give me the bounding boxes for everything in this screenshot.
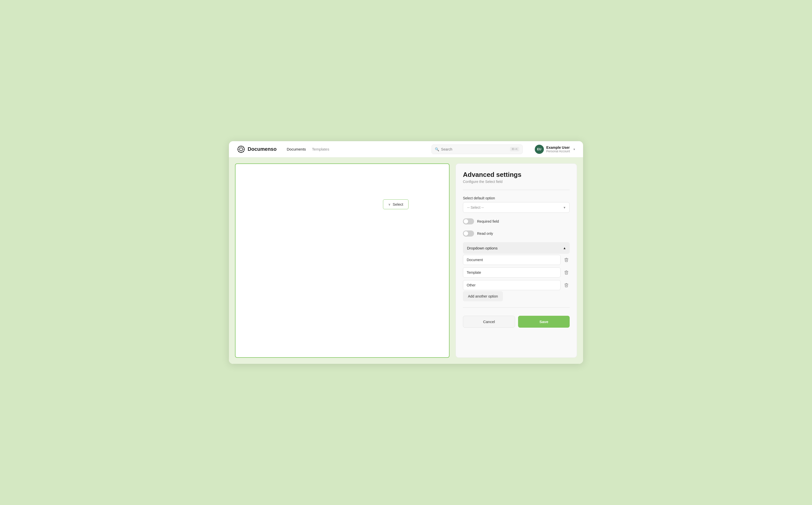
svg-line-8 [243, 147, 244, 148]
option-row [463, 268, 570, 278]
delete-option-0-button[interactable] [563, 257, 570, 263]
panel-subtitle: Configure the Select field [463, 180, 570, 184]
save-button[interactable]: Save [518, 316, 570, 328]
chevron-icon: ∨ [388, 203, 391, 206]
required-field-toggle[interactable] [463, 218, 474, 224]
header: Documenso Documents Templates 🔍 ⌘+K EU E… [229, 141, 583, 157]
panel-header: Advanced settings Configure the Select f… [463, 171, 570, 184]
required-field-label: Required field [477, 219, 499, 223]
option-row [463, 255, 570, 265]
select-widget-label: Select [393, 202, 403, 206]
default-option-label: Select default option [463, 196, 570, 200]
user-info: Example User Personal Account [546, 146, 570, 153]
dropdown-chevron-icon: ▾ [564, 205, 565, 209]
default-option-section: Select default option -- Select -- ▾ [463, 196, 570, 213]
avatar: EU [535, 145, 544, 154]
option-input-2[interactable] [463, 280, 561, 290]
search-input[interactable] [441, 147, 508, 151]
options-list [463, 255, 570, 290]
option-input-0[interactable] [463, 255, 561, 265]
panel-title: Advanced settings [463, 171, 570, 179]
main-nav: Documents Templates [286, 146, 329, 152]
toggle-readonly: Read only [463, 230, 570, 236]
document-preview: ∨ Select [235, 163, 449, 358]
cancel-button[interactable]: Cancel [463, 316, 515, 328]
option-row [463, 280, 570, 290]
logo-text: Documenso [248, 146, 276, 152]
default-option-dropdown[interactable]: -- Select -- ▾ [463, 202, 570, 213]
main-content: ∨ Select Advanced settings Configure the… [229, 157, 583, 364]
nav-documents[interactable]: Documents [286, 146, 306, 152]
add-option-button[interactable]: Add another option [463, 291, 503, 301]
search-icon: 🔍 [435, 147, 439, 151]
divider-1 [463, 190, 570, 190]
user-area[interactable]: EU Example User Personal Account ▾ [535, 145, 575, 154]
default-option-placeholder: -- Select -- [467, 205, 484, 209]
read-only-toggle[interactable] [463, 230, 474, 236]
select-field-widget[interactable]: ∨ Select [383, 199, 409, 209]
nav-templates[interactable]: Templates [312, 146, 329, 152]
dropdown-options-section: Dropdown options ▴ [463, 242, 570, 301]
user-name: Example User [546, 146, 570, 150]
app-container: Documenso Documents Templates 🔍 ⌘+K EU E… [229, 141, 583, 364]
settings-panel: Advanced settings Configure the Select f… [455, 163, 577, 358]
search-shortcut: ⌘+K [510, 147, 519, 151]
delete-option-1-button[interactable] [563, 269, 570, 276]
chevron-up-icon: ▴ [564, 246, 566, 250]
dropdown-options-toggle[interactable]: Dropdown options ▴ [463, 242, 570, 254]
logo-area: Documenso [237, 145, 276, 153]
toggle-required: Required field [463, 218, 570, 224]
svg-line-7 [243, 151, 244, 152]
delete-option-2-button[interactable] [563, 282, 570, 289]
read-only-label: Read only [477, 231, 493, 235]
search-bar[interactable]: 🔍 ⌘+K [432, 145, 523, 154]
logo-icon [237, 145, 245, 153]
svg-line-9 [239, 151, 239, 152]
divider-2 [463, 307, 570, 308]
user-account: Personal Account [546, 150, 570, 153]
svg-point-1 [239, 148, 243, 151]
chevron-down-icon: ▾ [574, 148, 575, 151]
svg-line-6 [239, 147, 239, 148]
option-input-1[interactable] [463, 268, 561, 278]
panel-footer: Cancel Save [463, 316, 570, 328]
dropdown-options-label: Dropdown options [467, 246, 497, 250]
